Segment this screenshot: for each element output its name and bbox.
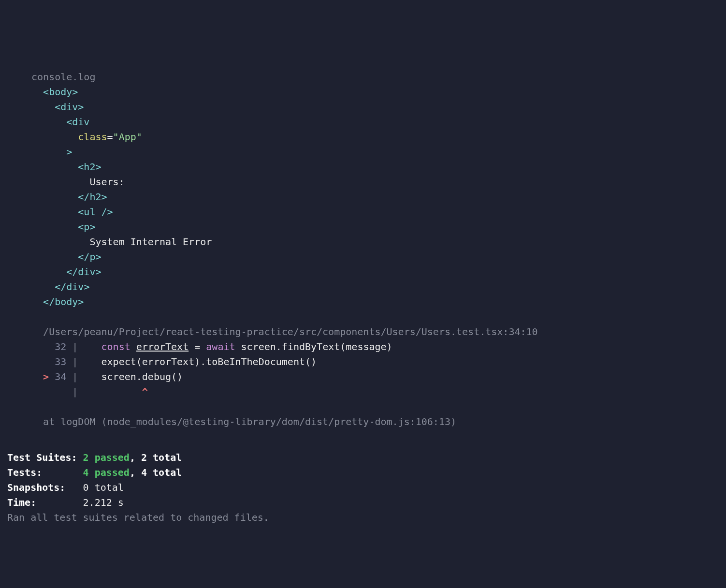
p-text: System Internal Error (89, 236, 212, 248)
tag-close-open: > (66, 146, 72, 158)
line-caret-indicator: > (43, 371, 55, 382)
line-32-eq: = (189, 341, 206, 353)
line-34-code: screen.debug() (78, 371, 183, 382)
suites-label: Test Suites: (7, 452, 83, 463)
suites-total: , 2 total (130, 452, 182, 463)
line-33-num: 33 (55, 356, 66, 368)
test-summary: Test Suites: 2 passed, 2 total Tests: 4 … (7, 450, 719, 525)
attr-class-value: "App" (113, 131, 142, 143)
kw-await: await (206, 341, 235, 353)
tag-div1-close: </div> (55, 281, 89, 293)
tag-h2-close: </h2> (78, 191, 107, 203)
tag-h2-open: <h2> (78, 161, 101, 173)
tag-p-close: </p> (78, 251, 101, 263)
line-34-num: 34 (55, 371, 66, 382)
tag-body-open: <body> (43, 86, 78, 98)
kw-const: const (102, 341, 131, 353)
console-header: console.log <body> <div> <div class="App… (31, 70, 719, 429)
console-log-label: console.log (31, 71, 95, 83)
tag-div2-open: <div (66, 116, 89, 128)
tag-div-open: <div> (55, 101, 84, 113)
var-errortext: errorText (136, 341, 189, 353)
snapshots-value: 0 total (83, 482, 124, 493)
time-value: 2.212 s (83, 497, 124, 508)
suites-passed: 2 passed (83, 452, 130, 463)
line-32-num: 32 (55, 341, 66, 353)
line-32-pipe: | (66, 341, 78, 353)
tests-label: Tests: (7, 467, 83, 478)
line-32-rest: screen.findByText(message) (235, 341, 392, 353)
snapshots-label: Snapshots: (7, 482, 83, 493)
tag-p-open: <p> (78, 221, 95, 233)
tests-total: , 4 total (130, 467, 182, 478)
caret-indent (78, 386, 142, 397)
tag-div2-close: </div> (66, 266, 101, 278)
tests-passed: 4 passed (83, 467, 130, 478)
ran-line: Ran all test suites related to changed f… (7, 512, 269, 523)
line-33-code: expect(errorText).toBeInTheDocument() (78, 356, 317, 368)
time-label: Time: (7, 497, 83, 508)
tag-ul-self: <ul /> (78, 206, 113, 218)
attr-equals: = (107, 131, 113, 143)
line-33-pipe: | (66, 356, 78, 368)
tag-body-close: </body> (43, 296, 84, 308)
file-path: /Users/peanu/Project/react-testing-pract… (43, 326, 538, 338)
h2-text: Users: (89, 176, 124, 188)
line-blank-pipe: | (55, 386, 78, 397)
stack-at-line: at logDOM (node_modules/@testing-library… (43, 416, 456, 427)
caret-icon: ^ (142, 386, 148, 397)
attr-class: class (78, 131, 107, 143)
line-34-pipe: | (66, 371, 78, 382)
